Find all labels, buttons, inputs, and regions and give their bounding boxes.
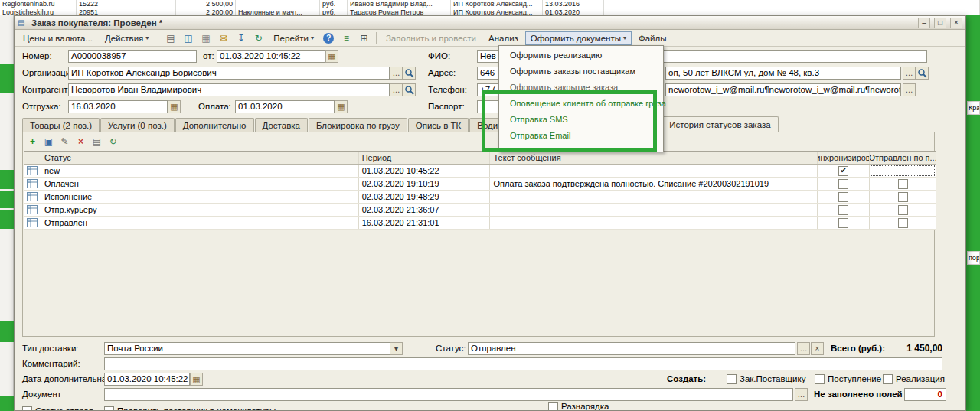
tab-blokirovka[interactable]: Блокировка по грузу [309, 118, 407, 132]
menu-item-send-sms[interactable]: Отправка SMS [499, 112, 663, 128]
lookup-button[interactable] [403, 67, 416, 80]
preview-button[interactable]: ◫ [180, 31, 196, 45]
sent-checkbox[interactable] [870, 178, 936, 190]
actions-button[interactable]: Действия▾ [100, 31, 154, 45]
status-send-checkbox[interactable]: Статус отправ... [22, 406, 101, 411]
organization-field[interactable]: ИП Коротков Александр Борисович [68, 67, 390, 80]
col-sent[interactable]: Отправлен по п... [870, 152, 936, 164]
table-row[interactable]: Regionteninab.ru 15222 2 500,00 руб. Ива… [0, 0, 980, 8]
cell-period: 16.03.2020 21:31:01 [359, 217, 491, 229]
table-row[interactable]: Logisticheskih.ru 20951 2 200,00 Наклонн… [0, 8, 980, 15]
table-row[interactable]: Оплачен 02.03.2020 19:10:19 Оплата заказ… [24, 178, 936, 191]
table-row[interactable]: Отправлен 16.03.2020 21:31:01 [24, 217, 936, 230]
clear-button[interactable]: × [811, 342, 824, 355]
calendar-icon: ▦ [170, 102, 178, 112]
sheet-button[interactable]: ▦ [198, 31, 214, 45]
table-row[interactable]: Отпр.курьеру 02.03.2020 21:36:07 [24, 204, 936, 217]
dropdown-button[interactable]: ▾ [390, 342, 403, 355]
send-button[interactable]: ↧ [233, 31, 249, 45]
number-field[interactable]: А0000038957 [68, 50, 197, 63]
delivery-type-select[interactable]: Почта России [104, 342, 403, 355]
raznaryadka-checkbox[interactable]: Разнарядка [548, 401, 609, 411]
shipment-date-field[interactable]: 16.03.2020 [68, 100, 168, 113]
minimize-button[interactable]: – [918, 18, 930, 28]
table-row[interactable]: Исполнение 02.03.2020 19:48:29 [24, 191, 936, 204]
make-documents-button[interactable]: Оформить документы▾ [525, 31, 632, 45]
tab-istoriya-statusov[interactable]: История статусов заказа [662, 116, 778, 132]
cell-period: 01.03.2020 10:45:22 [359, 165, 491, 177]
files-button[interactable]: Файлы [633, 31, 672, 45]
menu-item-realization[interactable]: Оформить реализацию [499, 47, 663, 64]
doc-date-field[interactable]: 01.03.2020 10:45:22 [217, 50, 325, 63]
mail-button[interactable]: ✉ [215, 31, 231, 45]
lookup-button[interactable] [403, 83, 416, 96]
sync-checkbox[interactable] [818, 217, 870, 229]
edit-row-button[interactable]: ✎ [57, 135, 72, 148]
calendar-button[interactable]: ▦ [325, 50, 338, 63]
sent-checkbox[interactable] [870, 204, 936, 216]
sync-checkbox[interactable] [818, 178, 870, 190]
extra-date-field[interactable]: 01.03.2020 10:45:22 [104, 373, 190, 386]
refresh-button[interactable]: ↻ [250, 31, 266, 45]
choose-button[interactable]: … [797, 342, 810, 355]
save-grid-button[interactable]: ▤ [90, 135, 104, 148]
tab-dostavka[interactable]: Доставка [255, 118, 308, 132]
choose-button[interactable]: … [903, 83, 916, 96]
close-button[interactable]: × [950, 18, 962, 28]
comment-field[interactable] [104, 357, 942, 370]
copy-row-button[interactable]: ▣ [41, 135, 56, 148]
help-button[interactable]: ? [321, 31, 337, 45]
sync-checkbox[interactable] [818, 204, 870, 216]
choose-button[interactable]: … [390, 83, 403, 96]
reload-grid-button[interactable]: ↻ [106, 135, 120, 148]
sent-cell[interactable] [870, 165, 936, 177]
print-button[interactable]: ▤ [162, 31, 178, 45]
menu-item-send-email[interactable]: Отправка Email [499, 128, 663, 144]
sync-checkbox[interactable] [818, 165, 870, 177]
payment-date-field[interactable]: 01.03.2020 [235, 100, 335, 113]
tab-dopolnitelno[interactable]: Дополнительно [175, 118, 254, 132]
tab-tovary[interactable]: Товары (2 поз.) [22, 118, 100, 132]
calendar-button[interactable]: ▦ [335, 100, 348, 113]
delete-row-button[interactable]: × [74, 135, 88, 148]
email-field[interactable]: neworotow_i_w@mail.ru¶neworotow_i_w@mail… [665, 83, 901, 96]
choose-button[interactable]: … [795, 388, 808, 401]
cell-status: Отправлен [41, 217, 359, 229]
report-button[interactable]: ≡ [338, 31, 354, 45]
sent-checkbox[interactable] [870, 217, 936, 229]
realization-checkbox[interactable]: Реализация [883, 373, 945, 385]
status-field[interactable]: Отправлен [468, 342, 795, 355]
col-period[interactable]: Период [359, 152, 491, 164]
prices-currency-button[interactable]: Цены и валюта... [18, 31, 98, 45]
tab-opis-tk[interactable]: Опись в ТК [408, 118, 469, 132]
col-message[interactable]: Текст сообщения [490, 152, 818, 164]
table-row[interactable]: new 01.03.2020 10:45:22 [24, 165, 936, 178]
grid-button[interactable]: ⊞ [356, 31, 372, 45]
choose-button[interactable]: … [903, 67, 916, 80]
analysis-button[interactable]: Анализ [483, 31, 524, 45]
document-field[interactable] [104, 388, 793, 401]
contragent-field[interactable]: Неворотов Иван Владимирович [68, 83, 390, 96]
ellipsis-icon: … [798, 390, 805, 399]
calendar-button[interactable]: ▦ [190, 373, 203, 386]
receipt-checkbox[interactable]: Поступление [815, 373, 881, 385]
lookup-button[interactable] [916, 67, 929, 80]
col-status[interactable]: Статус [41, 152, 359, 164]
titlebar[interactable]: ▤ Заказ покупателя: Проведен * – □ × [15, 16, 965, 30]
check-supplier-checkbox[interactable]: Проверить поставщик в номенклатуры [104, 406, 276, 411]
choose-button[interactable]: … [390, 67, 403, 80]
tab-uslugi[interactable]: Услуги (0 поз.) [100, 118, 175, 132]
maximize-button[interactable]: □ [934, 18, 946, 28]
status-history-grid: Статус Период Текст сообщения Синхронизи… [24, 151, 936, 230]
menu-item-supplier-orders[interactable]: Оформить заказы поставщикам [499, 64, 663, 80]
go-button[interactable]: Перейти▾ [268, 31, 319, 45]
supplier-order-checkbox[interactable]: Зак.Поставщику [727, 373, 805, 385]
address-field[interactable]: оп, 50 лет ВЛКСМ ул, дом № 48, кв.3 [665, 67, 901, 80]
menu-item-shipment-notification[interactable]: Оповещение клиента об отправке груза [499, 96, 663, 112]
sent-checkbox[interactable] [870, 191, 936, 203]
sync-checkbox[interactable] [818, 191, 870, 203]
add-row-button[interactable]: + [25, 135, 40, 148]
calendar-button[interactable]: ▦ [168, 100, 181, 113]
col-synchronized[interactable]: Синхронизиров... [818, 152, 870, 164]
menu-item-close-order[interactable]: Оформить закрытие заказа [499, 80, 663, 96]
